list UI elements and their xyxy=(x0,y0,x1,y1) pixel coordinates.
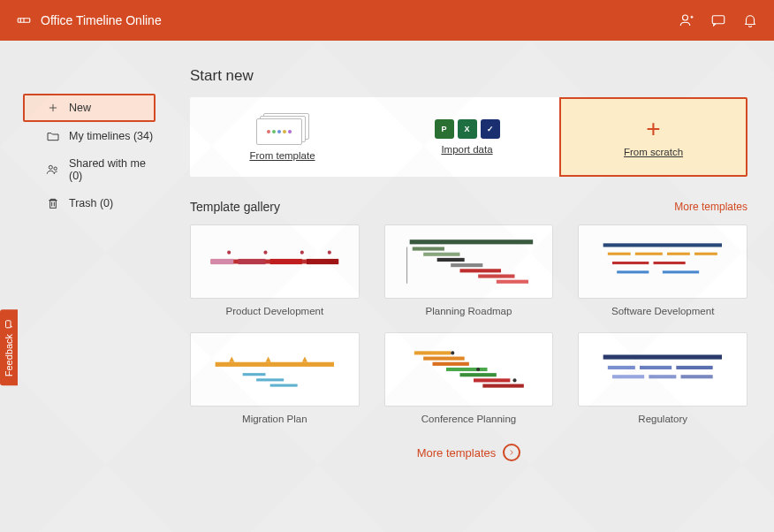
trash-icon xyxy=(46,196,60,210)
main-panel: Start new From xyxy=(190,58,747,514)
header-left: Office Timeline Online xyxy=(16,12,162,28)
start-from-template[interactable]: From template xyxy=(190,97,375,177)
svg-point-21 xyxy=(300,251,304,255)
svg-rect-27 xyxy=(451,263,482,267)
template-migration-plan[interactable]: Migration Plan xyxy=(190,332,360,424)
svg-rect-30 xyxy=(496,280,527,284)
chat-icon[interactable] xyxy=(710,12,726,28)
sidebar-item-label: My timelines (34) xyxy=(69,130,153,142)
svg-rect-60 xyxy=(649,375,677,378)
svg-rect-15 xyxy=(210,259,233,264)
template-thumb xyxy=(384,224,554,299)
svg-point-20 xyxy=(263,251,267,255)
sidebar-item-label: Trash (0) xyxy=(69,197,113,209)
start-new-title: Start new xyxy=(190,67,747,85)
start-label: From template xyxy=(249,150,315,161)
bell-icon[interactable] xyxy=(742,12,758,28)
svg-rect-50 xyxy=(474,378,510,382)
sidebar: New My timelines (34) Shared with me (0)… xyxy=(18,58,172,514)
svg-rect-33 xyxy=(608,253,631,255)
svg-rect-11 xyxy=(50,201,57,209)
template-product-development[interactable]: Product Development xyxy=(190,224,360,316)
svg-point-10 xyxy=(54,167,57,170)
template-software-development[interactable]: Software Development xyxy=(578,224,747,316)
svg-rect-44 xyxy=(270,384,298,387)
svg-rect-34 xyxy=(635,253,663,255)
svg-rect-32 xyxy=(603,243,722,247)
add-user-icon[interactable] xyxy=(679,12,694,28)
svg-rect-29 xyxy=(478,274,514,277)
svg-rect-23 xyxy=(409,239,532,244)
svg-rect-43 xyxy=(256,378,284,381)
template-name: Conference Planning xyxy=(421,414,516,424)
check-icon: ✓ xyxy=(481,119,500,139)
project-icon: P xyxy=(435,119,454,139)
svg-rect-48 xyxy=(446,368,488,371)
template-name: Migration Plan xyxy=(242,414,307,424)
more-templates-link[interactable]: More templates xyxy=(674,201,747,213)
excel-icon: X xyxy=(458,119,477,139)
more-templates-button[interactable]: More templates xyxy=(190,444,747,461)
svg-point-22 xyxy=(328,251,331,255)
template-thumb xyxy=(578,224,747,299)
template-conference-planning[interactable]: Conference Planning xyxy=(384,332,554,424)
svg-rect-51 xyxy=(482,384,524,388)
svg-rect-24 xyxy=(412,247,444,250)
svg-rect-16 xyxy=(238,259,265,264)
plus-icon xyxy=(46,101,60,115)
svg-rect-58 xyxy=(677,366,713,369)
template-thumb xyxy=(190,332,360,407)
template-thumb xyxy=(384,332,554,407)
speech-icon xyxy=(4,318,14,329)
svg-rect-62 xyxy=(6,321,11,328)
svg-rect-35 xyxy=(667,253,690,255)
svg-rect-47 xyxy=(432,362,468,366)
svg-rect-59 xyxy=(612,375,644,378)
svg-rect-26 xyxy=(436,258,464,262)
svg-rect-49 xyxy=(459,373,496,376)
template-stack-icon xyxy=(256,113,309,145)
svg-rect-56 xyxy=(608,366,635,369)
svg-rect-40 xyxy=(663,270,699,273)
sidebar-item-trash[interactable]: Trash (0) xyxy=(35,189,172,217)
start-from-scratch[interactable]: + From scratch xyxy=(559,97,747,177)
svg-rect-57 xyxy=(640,366,672,369)
gallery-header: Template gallery More templates xyxy=(190,200,747,214)
start-import-data[interactable]: P X ✓ Import data xyxy=(375,97,559,177)
svg-rect-36 xyxy=(694,253,717,255)
header-right xyxy=(679,12,758,28)
svg-rect-42 xyxy=(243,373,266,376)
svg-rect-61 xyxy=(681,375,713,378)
svg-rect-18 xyxy=(307,259,338,264)
feedback-label: Feedback xyxy=(4,334,14,376)
app-header: Office Timeline Online xyxy=(0,0,774,41)
gallery-title: Template gallery xyxy=(190,200,280,214)
template-name: Product Development xyxy=(226,306,324,316)
svg-point-3 xyxy=(683,15,688,20)
start-new-row: From template P X ✓ Import data + From s… xyxy=(190,97,747,177)
start-label: From scratch xyxy=(624,147,683,157)
template-regulatory[interactable]: Regulatory xyxy=(578,332,747,424)
arrow-right-icon xyxy=(503,444,520,461)
svg-rect-39 xyxy=(617,270,649,273)
sidebar-item-new[interactable]: New xyxy=(23,94,156,122)
sidebar-item-label: Shared with me (0) xyxy=(69,157,162,182)
svg-rect-46 xyxy=(423,357,464,361)
svg-rect-41 xyxy=(216,362,334,367)
sidebar-item-my-timelines[interactable]: My timelines (34) xyxy=(35,122,172,150)
template-name: Planning Roadmap xyxy=(426,306,512,316)
svg-rect-6 xyxy=(712,16,725,24)
people-icon xyxy=(46,163,60,177)
feedback-tab[interactable]: Feedback xyxy=(0,309,18,385)
svg-rect-55 xyxy=(603,354,722,359)
sidebar-item-label: New xyxy=(69,102,91,114)
timeline-icon xyxy=(16,12,32,28)
sidebar-item-shared[interactable]: Shared with me (0) xyxy=(35,150,172,189)
template-planning-roadmap[interactable]: Planning Roadmap xyxy=(384,224,554,316)
template-thumb xyxy=(190,224,360,299)
plus-large-icon: + xyxy=(646,117,660,141)
template-thumb xyxy=(578,332,747,407)
svg-rect-28 xyxy=(459,269,501,272)
svg-point-9 xyxy=(49,165,52,169)
start-label: Import data xyxy=(441,144,492,155)
